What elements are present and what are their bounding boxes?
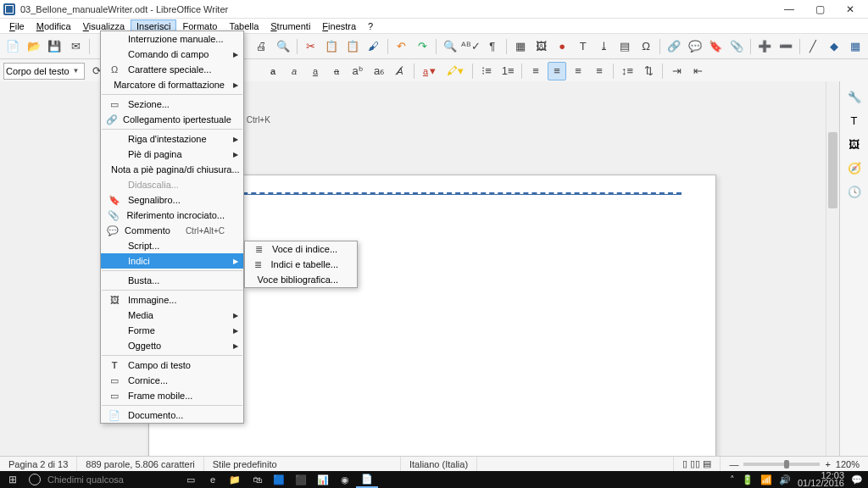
task-view-icon[interactable]: ▭: [180, 471, 202, 488]
draw-functions-button[interactable]: ▦: [846, 37, 865, 56]
menu-media[interactable]: Media▶: [101, 308, 243, 323]
copy-button[interactable]: 📋: [322, 37, 341, 56]
menu-strumenti[interactable]: Strumenti: [264, 19, 316, 33]
menu-campo-di-testo[interactable]: TCampo di testo: [101, 358, 243, 373]
submenu-indici-e-tabelle[interactable]: ≣Indici e tabelle...: [245, 257, 357, 272]
bold-button[interactable]: a: [264, 62, 282, 80]
comment-button[interactable]: 💬: [686, 37, 704, 56]
zoom-value[interactable]: 120%: [836, 459, 860, 469]
menu-busta[interactable]: Busta...: [101, 273, 243, 288]
chrome-icon[interactable]: ◉: [334, 471, 356, 488]
menu-immagine[interactable]: 🖼Immagine...: [101, 292, 243, 308]
chart-button[interactable]: ●: [553, 37, 571, 56]
wifi-icon[interactable]: 📶: [760, 474, 772, 485]
notifications-icon[interactable]: 💬: [851, 474, 863, 485]
clock[interactable]: 12:03 01/12/2016: [798, 472, 844, 487]
menu-riga-intestazione[interactable]: Riga d'intestazione▶: [101, 131, 243, 147]
status-style[interactable]: Stile predefinito: [204, 457, 401, 471]
vertical-scrollbar[interactable]: [826, 81, 839, 469]
cross-ref-button[interactable]: 📎: [727, 37, 746, 56]
menu-collegamento-ipertestuale[interactable]: 🔗Collegamento ipertestualeCtrl+K: [101, 112, 243, 127]
battery-icon[interactable]: 🔋: [742, 474, 754, 485]
tray-chevron-icon[interactable]: ˄: [730, 474, 735, 485]
menu-script[interactable]: Script...: [101, 238, 243, 253]
field-button[interactable]: ▤: [615, 37, 634, 56]
subscript-button[interactable]: a₆: [370, 62, 388, 80]
menu-marcatore-formattazione[interactable]: Marcatore di formattazione▶: [101, 77, 243, 92]
sidebar-properties-icon[interactable]: 🔧: [844, 86, 865, 107]
menu-indici[interactable]: Indici▶: [101, 253, 243, 269]
table-button[interactable]: ▦: [511, 37, 530, 56]
cortana-icon[interactable]: [29, 474, 41, 485]
menu-nota-pie-pagina[interactable]: Nota a piè pagina/di chiusura...: [101, 162, 243, 177]
sidebar-navigator-icon[interactable]: 🧭: [844, 158, 865, 178]
paste-button[interactable]: 📋: [343, 37, 362, 56]
submenu-voce-bibliografica[interactable]: Voce bibliografica...: [245, 272, 357, 287]
menu-comando-di-campo[interactable]: Comando di campo▶: [101, 47, 243, 62]
hyperlink-button[interactable]: 🔗: [665, 37, 683, 56]
menu-commento[interactable]: 💬CommentoCtrl+Alt+C: [101, 223, 243, 238]
line-button[interactable]: ╱: [804, 37, 823, 56]
minimize-button[interactable]: —: [775, 2, 804, 17]
store-icon[interactable]: 🛍: [246, 471, 268, 488]
menu-help[interactable]: ?: [362, 19, 379, 33]
menu-interruzione-manuale[interactable]: Interruzione manuale...: [101, 31, 243, 47]
submenu-voce-di-indice[interactable]: ≣Voce di indice...: [245, 241, 357, 257]
menu-modifica[interactable]: Modifica: [31, 19, 77, 33]
edge-icon[interactable]: e: [202, 471, 224, 488]
basic-shapes-button[interactable]: ◆: [825, 37, 843, 56]
textbox-button[interactable]: T: [574, 37, 593, 56]
menu-riferimento-incrociato[interactable]: 📎Riferimento incrociato...: [101, 208, 243, 223]
sidebar-styles-icon[interactable]: T: [844, 110, 865, 130]
new-doc-button[interactable]: 📄: [3, 37, 22, 56]
align-right-button[interactable]: ≡: [569, 62, 587, 80]
superscript-button[interactable]: aᵇ: [348, 62, 367, 80]
menu-carattere-speciale[interactable]: ΩCarattere speciale...: [101, 62, 243, 77]
app-icon-1[interactable]: 🟦: [268, 471, 290, 488]
status-view-icons[interactable]: ▯ ▯▯ ▤: [674, 457, 721, 471]
status-lang[interactable]: Italiano (Italia): [401, 457, 477, 471]
spellcheck-button[interactable]: ᴬᴮ✓: [462, 37, 481, 56]
menu-cornice[interactable]: ▭Cornice...: [101, 373, 243, 388]
undo-button[interactable]: ↶: [392, 37, 411, 56]
writer-task-icon[interactable]: 📄: [356, 471, 378, 488]
email-button[interactable]: ✉: [66, 37, 85, 56]
menu-forme[interactable]: Forme▶: [101, 323, 243, 338]
explorer-icon[interactable]: 📁: [224, 471, 246, 488]
font-color-button[interactable]: a▾: [419, 62, 440, 80]
delete-rows-button[interactable]: ➖: [776, 37, 795, 56]
preview-button[interactable]: 🔍: [274, 37, 292, 56]
volume-icon[interactable]: 🔊: [779, 474, 791, 485]
menu-documento[interactable]: 📄Documento...: [101, 408, 243, 423]
menu-frame-mobile[interactable]: ▭Frame mobile...: [101, 388, 243, 403]
line-spacing-button[interactable]: ↕≡: [618, 62, 637, 80]
print-button[interactable]: 🖨: [253, 37, 271, 56]
bullets-button[interactable]: ⁝≡: [477, 62, 496, 80]
increase-indent-button[interactable]: ⇥: [667, 62, 686, 80]
menu-finestra[interactable]: Finestra: [316, 19, 362, 33]
menu-oggetto[interactable]: Oggetto▶: [101, 338, 243, 353]
menu-file[interactable]: File: [3, 19, 31, 33]
image-button[interactable]: 🖼: [531, 37, 550, 56]
para-spacing-button[interactable]: ⇅: [639, 62, 658, 80]
scrollbar-thumb[interactable]: [828, 132, 837, 208]
status-page[interactable]: Pagina 2 di 13: [0, 457, 77, 471]
italic-button[interactable]: a: [285, 62, 303, 80]
close-button[interactable]: ✕: [836, 2, 865, 17]
menu-pie-di-pagina[interactable]: Piè di pagina▶: [101, 147, 243, 162]
paragraph-style-combo[interactable]: Corpo del testo ▼: [3, 63, 85, 80]
decrease-indent-button[interactable]: ⇤: [688, 62, 707, 80]
align-left-button[interactable]: ≡: [526, 62, 545, 80]
zoom-controls[interactable]: — + 120%: [721, 457, 868, 471]
app-icon-2[interactable]: ⬛: [290, 471, 312, 488]
app-icon-3[interactable]: 📊: [312, 471, 334, 488]
justify-button[interactable]: ≡: [590, 62, 609, 80]
zoom-slider[interactable]: [743, 463, 820, 466]
sidebar-gallery-icon[interactable]: 🖼: [844, 134, 865, 154]
sidebar-clock-icon[interactable]: 🕓: [844, 181, 865, 202]
redo-button[interactable]: ↷: [413, 37, 431, 56]
clear-format-button[interactable]: A̸: [391, 62, 409, 80]
page-break-button[interactable]: ⤓: [595, 37, 614, 56]
insert-rows-button[interactable]: ➕: [755, 37, 774, 56]
find-button[interactable]: 🔍: [441, 37, 459, 56]
